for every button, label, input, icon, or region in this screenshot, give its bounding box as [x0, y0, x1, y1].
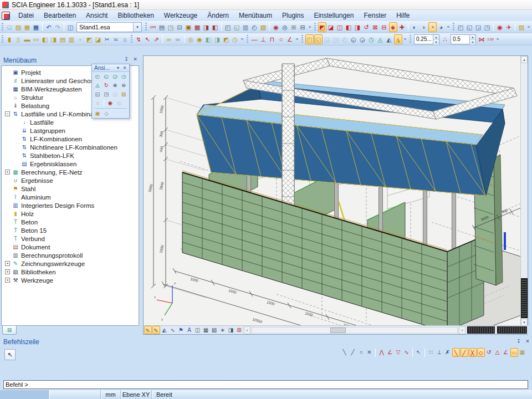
- more-clipbox-icon[interactable]: »: [403, 34, 408, 44]
- calculation-icon[interactable]: ◉: [272, 22, 280, 32]
- scale-ratio-icon[interactable]: 1:50: [487, 34, 495, 44]
- select-invert-icon[interactable]: ⊠: [371, 22, 380, 32]
- tree-item-lf-kombinationen[interactable]: ⇅LF-Kombinationen: [2, 135, 139, 143]
- tree-item-bibliotheken[interactable]: +▧Bibliotheken: [2, 268, 139, 276]
- tree-item-integriertes-design-forms[interactable]: ▥Integriertes Design Forms: [2, 201, 139, 209]
- undo-icon[interactable]: ↶: [45, 22, 53, 32]
- expand-toggle-icon[interactable]: +: [5, 170, 10, 175]
- spin-down-icon[interactable]: ▼: [470, 40, 475, 45]
- horizontal-scrollbar[interactable]: [252, 327, 458, 334]
- toolbar-grip[interactable]: [145, 23, 147, 32]
- menubaum-tab[interactable]: ▤: [2, 326, 17, 335]
- snap-mode-icon[interactable]: ⋀: [378, 348, 386, 357]
- autodesign-icon[interactable]: ⊞: [290, 22, 298, 32]
- graph-icon[interactable]: ∿: [169, 326, 177, 334]
- snap-arc-center-icon[interactable]: ↺: [485, 348, 493, 357]
- member-arbitrary-icon[interactable]: ◨: [50, 34, 58, 44]
- viewport[interactable]: 1050 300 440 2940 1500 5500 1500 1500 15…: [143, 55, 528, 335]
- clipping-box-icon[interactable]: ▣: [94, 110, 102, 117]
- cursor-mode-button[interactable]: ↖: [4, 349, 16, 360]
- more-selection-icon[interactable]: »: [446, 22, 451, 32]
- table-results-icon[interactable]: ◧: [211, 22, 219, 32]
- tree-item-lastfälle[interactable]: ↓Lastfälle: [2, 118, 139, 126]
- view-params-icon[interactable]: ◐: [411, 22, 419, 32]
- scroll-right-icon[interactable]: ›: [459, 326, 466, 334]
- select-add-icon[interactable]: ◪: [327, 22, 335, 32]
- draw-polyline-icon[interactable]: ╱: [349, 348, 357, 357]
- snap-endpoint-icon[interactable]: ╲: [452, 348, 460, 357]
- opening-icon[interactable]: ▫: [76, 34, 85, 44]
- find-add-icon[interactable]: ◉: [196, 34, 204, 44]
- chevron-down-icon[interactable]: ▾: [133, 23, 141, 32]
- print-preview-icon[interactable]: ◱: [233, 22, 241, 32]
- picture-icon[interactable]: ▧: [259, 22, 268, 32]
- angle-snap-icon[interactable]: ⋈: [478, 34, 486, 44]
- member-haunch-icon[interactable]: ◧: [41, 34, 49, 44]
- intersection-icon[interactable]: ≍: [112, 34, 120, 44]
- more-windows-icon[interactable]: »: [526, 22, 531, 32]
- tree-item-berechnungsprotokoll[interactable]: ▥Berechnungsprotokoll: [2, 251, 139, 259]
- local-axes-icon[interactable]: ∗: [219, 326, 227, 334]
- cut-out-icon[interactable]: ✂: [103, 34, 111, 44]
- spin-up-icon[interactable]: ▲: [433, 35, 439, 40]
- angle-icon[interactable]: ∠: [286, 34, 294, 44]
- layers-icon[interactable]: ▤: [158, 22, 166, 32]
- select-mouse-icon[interactable]: ◩: [318, 22, 326, 32]
- toolbar-grip[interactable]: [2, 23, 3, 32]
- view-z-icon[interactable]: ◶: [111, 73, 119, 80]
- tree-item-verbund[interactable]: TVerbund: [2, 234, 139, 243]
- cascade-windows-icon[interactable]: ◲: [474, 22, 483, 32]
- filter-icon[interactable]: ▽: [395, 348, 402, 357]
- more-scale-icon[interactable]: »: [495, 34, 500, 44]
- clipbox-all-icon[interactable]: ◶: [359, 34, 367, 44]
- tree-item-nichtlineare-lf-kombinationen[interactable]: ⇅Nichtlineare LF-Kombinationen: [2, 143, 139, 151]
- ruler-icon[interactable]: ▭: [510, 348, 518, 357]
- tree-item-werkzeuge[interactable]: +⚒Werkzeuge: [2, 276, 139, 284]
- expand-toggle-icon[interactable]: +: [5, 269, 10, 274]
- clipboard-icon[interactable]: ▣: [185, 22, 193, 32]
- stretch-icon[interactable]: ⇗: [152, 34, 161, 44]
- flag-icon[interactable]: ⚑: [177, 326, 185, 334]
- menu-plugins[interactable]: Plugins: [277, 11, 309, 21]
- scroll-left-icon[interactable]: ‹: [244, 326, 250, 334]
- light-icon[interactable]: ☼: [94, 99, 102, 107]
- toolbar-grip[interactable]: [131, 35, 132, 44]
- snap-step-spinner[interactable]: 0.25... ▲▼: [414, 34, 439, 44]
- line-grid-icon[interactable]: ⊥: [436, 348, 443, 357]
- labels-icon[interactable]: A: [186, 326, 193, 334]
- command-input[interactable]: [3, 380, 528, 389]
- view-x-icon[interactable]: ◴: [94, 73, 102, 80]
- snap-tangent-icon[interactable]: △: [494, 348, 502, 357]
- clipbox-none-icon[interactable]: ◷: [367, 34, 376, 44]
- copy-icon[interactable]: ◧: [204, 34, 213, 44]
- toolbar-grip[interactable]: [314, 23, 316, 32]
- status-units[interactable]: mm: [101, 390, 121, 399]
- menu-menübaum[interactable]: Menübaum: [234, 11, 277, 21]
- status-plane[interactable]: Ebene XY: [121, 390, 152, 399]
- new-window-icon[interactable]: ◰: [457, 22, 465, 32]
- vertical-scrollbar[interactable]: ▴ ▾: [520, 56, 528, 326]
- document-icon[interactable]: ▥: [242, 22, 250, 32]
- snap-percent-icon[interactable]: ∠: [502, 348, 510, 357]
- dock-ribbed-handle[interactable]: [497, 326, 527, 334]
- camera-settings-icon[interactable]: ◉: [106, 99, 115, 107]
- palette-header[interactable]: Ansi... ▾ ✕: [92, 64, 129, 72]
- expand-toggle-icon[interactable]: −: [5, 111, 10, 116]
- print-icon[interactable]: ◰: [224, 22, 232, 32]
- menu-datei[interactable]: Datei: [13, 11, 39, 21]
- menu-ändern[interactable]: Ändern: [202, 11, 234, 21]
- scroll-up-icon[interactable]: ▴: [521, 56, 528, 63]
- menu-hilfe[interactable]: Hilfe: [391, 11, 415, 21]
- member-rib-icon[interactable]: ▭: [32, 34, 40, 44]
- menu-einstellungen[interactable]: Einstellungen: [309, 11, 359, 21]
- delete-icon[interactable]: ✕: [366, 348, 374, 357]
- find-replace-icon[interactable]: ◎: [187, 34, 195, 44]
- render-wire-icon[interactable]: ◫: [194, 326, 202, 334]
- menu-bearbeiten[interactable]: Bearbeiten: [39, 11, 81, 21]
- menu-ansicht[interactable]: Ansicht: [81, 11, 112, 21]
- close-icon[interactable]: ✕: [524, 338, 531, 346]
- snap-midpoint-icon[interactable]: ╱: [461, 348, 468, 357]
- zoom-in-icon[interactable]: ⊕: [111, 81, 119, 89]
- cursor-select-icon[interactable]: ↖: [415, 348, 423, 357]
- tree-item-ergebnisklassen[interactable]: ▤Ergebnisklassen: [2, 160, 139, 168]
